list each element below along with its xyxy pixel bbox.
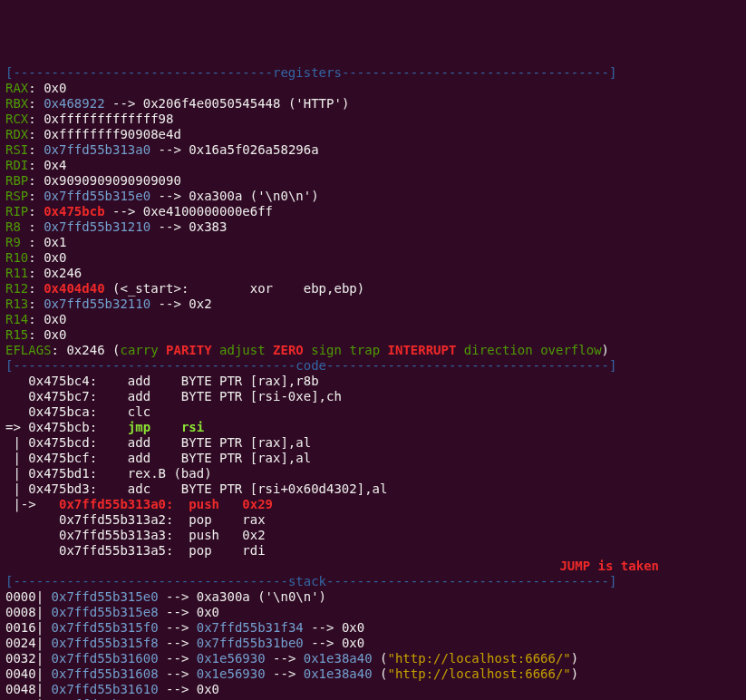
code-jump-target: |-> 0x7ffd55b313a0: push 0x29 xyxy=(5,497,273,511)
reg-row: R13: 0x7ffd55b32110 --> 0x2 xyxy=(5,297,212,311)
reg-row: R10: 0x0 xyxy=(5,250,66,265)
code-line: 0x475bca: clc xyxy=(5,404,150,419)
reg-row: R11: 0x246 xyxy=(5,266,82,280)
code-line: 0x475bc7: add BYTE PTR [rsi-0xe],ch xyxy=(5,389,342,403)
section-divider: [-------------------------------------co… xyxy=(5,358,616,373)
code-line: | 0x475bcf: add BYTE PTR [rax],al xyxy=(5,451,311,465)
section-divider: [------------------------------------sta… xyxy=(5,574,616,588)
reg-row: R12: 0x404d40 (<_start>: xor ebp,ebp) xyxy=(5,281,364,296)
code-line: 0x7ffd55b313a5: pop rdi xyxy=(5,543,266,558)
stack-row: 0008| 0x7ffd55b315e8 --> 0x0 xyxy=(5,605,219,619)
reg-row: RDX: 0xffffffff90908e4d xyxy=(5,127,181,141)
code-line: | 0x475bcd: add BYTE PTR [rax],al xyxy=(5,435,311,450)
reg-row: RCX: 0xfffffffffffff98 xyxy=(5,112,173,126)
reg-row: RSI: 0x7ffd55b313a0 --> 0x16a5f026a58296… xyxy=(5,142,319,157)
code-line: | 0x475bd3: adc BYTE PTR [rsi+0x60d4302]… xyxy=(5,481,387,496)
code-current-line: => 0x475bcb: jmp rsi xyxy=(5,420,204,434)
eflags-row: EFLAGS: 0x246 (carry PARITY adjust ZERO … xyxy=(5,343,609,357)
reg-row: RSP: 0x7ffd55b315e0 --> 0xa300a ('\n0\n'… xyxy=(5,189,319,203)
reg-row: R8 : 0x7ffd55b31210 --> 0x383 xyxy=(5,219,227,234)
reg-row: R14: 0x0 xyxy=(5,312,66,326)
stack-row: 0024| 0x7ffd55b315f8 --> 0x7ffd55b31be0 … xyxy=(5,636,364,650)
stack-row: 0040| 0x7ffd55b31608 --> 0x1e56930 --> 0… xyxy=(5,666,578,681)
stack-row: 0016| 0x7ffd55b315f0 --> 0x7ffd55b31f34 … xyxy=(5,620,364,635)
reg-row: RIP: 0x475bcb --> 0xe4100000000e6ff xyxy=(5,204,273,219)
code-line: 0x475bc4: add BYTE PTR [rax],r8b xyxy=(5,374,319,388)
section-divider: [----------------------------------regis… xyxy=(5,65,616,80)
reg-row: RBP: 0x9090909090909090 xyxy=(5,173,181,188)
stack-row: 0048| 0x7ffd55b31610 --> 0x0 xyxy=(5,682,219,696)
code-line: 0x7ffd55b313a3: push 0x2 xyxy=(5,528,266,542)
reg-row: RAX: 0x0 xyxy=(5,81,66,95)
reg-row: RBX: 0x468922 --> 0x206f4e0050545448 ('H… xyxy=(5,96,349,111)
terminal-output[interactable]: [----------------------------------regis… xyxy=(5,65,741,700)
reg-row: R9 : 0x1 xyxy=(5,235,66,249)
stack-row: 0032| 0x7ffd55b31600 --> 0x1e56930 --> 0… xyxy=(5,651,578,666)
reg-row: RDI: 0x4 xyxy=(5,158,66,172)
code-line: 0x7ffd55b313a2: pop rax xyxy=(5,512,266,527)
jump-taken: JUMP is taken xyxy=(5,559,741,574)
reg-row: R15: 0x0 xyxy=(5,327,66,342)
stack-row: 0000| 0x7ffd55b315e0 --> 0xa300a ('\n0\n… xyxy=(5,589,326,604)
code-line: | 0x475bd1: rex.B (bad) xyxy=(5,466,212,481)
